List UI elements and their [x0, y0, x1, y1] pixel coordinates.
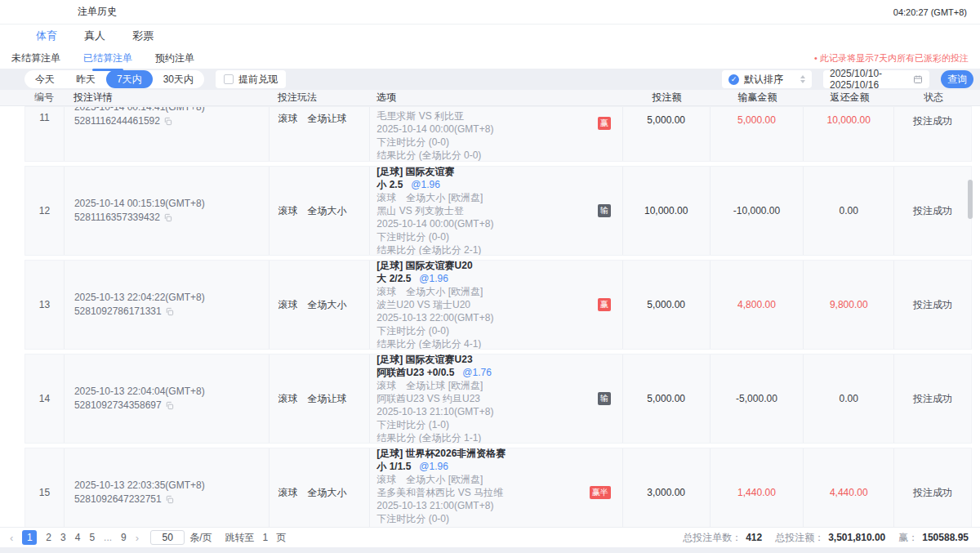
option-teams: 黑山 VS 列支敦士登 [376, 204, 621, 217]
total-win-value: 150588.95 [922, 532, 969, 543]
pill-today[interactable]: 今天 [24, 70, 65, 88]
bet-detail-cell: 2025-10-13 22:03:35(GMT+8) 5281092647232… [65, 448, 270, 527]
bet-play: 滚球 全场大小 [270, 448, 371, 527]
tab-sports[interactable]: 体育 [36, 29, 57, 43]
bet-time: 2025-10-14 00:15:19(GMT+8) [74, 197, 205, 211]
row-id: 11 [25, 107, 65, 161]
pill-30days[interactable]: 30天内 [153, 70, 204, 88]
option-teams: 毛里求斯 VS 利比亚 [376, 109, 621, 123]
subtab-settled[interactable]: 已结算注单 [83, 48, 132, 69]
header-id: 编号 [24, 91, 64, 105]
subtab-reserved[interactable]: 预约注单 [155, 48, 194, 69]
bet-id: 5281116357339432 [74, 211, 160, 225]
option-league: [足球] 国际友谊赛U23 [376, 354, 621, 366]
date-range-pills: 今天 昨天 7天内 30天内 [24, 70, 204, 88]
result-badge: 赢 [598, 298, 611, 311]
total-win-label: 赢： [898, 531, 918, 545]
total-amount-value: 3,501,810.00 [828, 532, 885, 543]
bet-option-cell: [足球] 国际友谊赛 小 2.5@1.96 滚球 全场大小 [欧洲盘] 黑山 V… [370, 167, 622, 255]
date-range-input[interactable]: 2025/10/10-2025/10/16 [823, 70, 929, 88]
page-3[interactable]: 3 [60, 532, 66, 543]
copy-icon[interactable] [163, 117, 172, 126]
page-4[interactable]: 4 [75, 532, 81, 543]
prev-page-icon[interactable]: ‹ [10, 532, 13, 544]
table-row: 15 2025-10-13 22:03:35(GMT+8) 5281092647… [24, 448, 972, 527]
header-status: 状态 [895, 91, 972, 105]
header-amount: 投注额 [623, 91, 710, 105]
bet-detail-cell: 2025-10-13 22:04:22(GMT+8) 5281092786171… [65, 261, 270, 349]
option-play-type: 滚球 全场大小 [欧洲盘] [376, 285, 621, 298]
tab-lottery[interactable]: 彩票 [132, 29, 154, 43]
option-selection: 小 1/1.5 [376, 461, 411, 472]
bet-play: 滚球 全场让球 [270, 107, 371, 161]
option-result-score: 结果比分 (全场比分 4-1) [376, 337, 621, 350]
option-odds: @1.96 [419, 273, 448, 284]
option-selection: 小 2.5 [376, 179, 403, 190]
subtab-unsettled[interactable]: 未结算注单 [11, 48, 60, 69]
winloss-amount: 5,000.00 [710, 107, 804, 161]
payout-amount: 9,800.00 [804, 261, 894, 349]
table-header: 编号 投注详情 投注玩法 选项 投注额 输赢金额 返还金额 状态 [0, 90, 980, 106]
option-result-score: 结果比分 (全场比分 1-1) [376, 431, 621, 444]
option-teams: 波兰U20 VS 瑞士U20 [376, 298, 621, 311]
copy-icon[interactable] [165, 307, 174, 316]
copy-icon[interactable] [163, 213, 172, 222]
bet-amount: 5,000.00 [623, 355, 710, 443]
option-score-at-bet: 下注时比分 (0-0) [376, 512, 621, 525]
bet-detail-cell: 2025-10-14 00:15:19(GMT+8) 5281116357339… [65, 167, 270, 255]
early-cashout-checkbox[interactable] [224, 74, 234, 84]
early-cashout-filter[interactable]: 提前兑现 [216, 70, 286, 88]
row-id: 12 [25, 167, 65, 255]
page-5[interactable]: 5 [89, 532, 95, 543]
payout-amount: 0.00 [804, 167, 894, 255]
option-match-time: 2025-10-13 22:00(GMT+8) [376, 311, 621, 324]
copy-icon[interactable] [165, 401, 174, 410]
pagination-bar: ‹ 1 2 3 4 5 ... 9 › 条/页 跳转至 1 页 总投注单数： 4… [0, 527, 980, 547]
page-2[interactable]: 2 [46, 532, 51, 543]
option-match-time: 2025-10-13 21:00(GMT+8) [376, 499, 621, 512]
option-league: [足球] 国际友谊赛 [376, 166, 621, 178]
copy-icon[interactable] [165, 495, 174, 504]
bet-amount: 3,000.00 [623, 448, 710, 527]
next-page-icon[interactable]: › [136, 532, 139, 544]
option-score-at-bet: 下注时比分 (1-0) [376, 418, 621, 431]
winloss-amount: 1,440.00 [710, 448, 804, 527]
option-play-type: 滚球 全场大小 [欧洲盘] [376, 473, 621, 486]
vertical-scrollbar[interactable] [968, 180, 973, 219]
pager: ‹ 1 2 3 4 5 ... 9 › [10, 530, 139, 545]
subtabs-row: 未结算注单 已结算注单 预约注单 • 此记录将显示7天内所有已派彩的投注 [0, 47, 980, 69]
bet-play: 滚球 全场大小 [270, 167, 371, 255]
bet-id: 5281092647232751 [74, 493, 162, 506]
sort-arrows-icon [800, 75, 805, 83]
payout-amount: 4,440.00 [804, 448, 894, 527]
pill-yesterday[interactable]: 昨天 [65, 70, 106, 88]
check-circle-icon: ✓ [728, 74, 739, 85]
total-bets-value: 412 [746, 532, 762, 543]
jump-to-label: 跳转至 [225, 531, 254, 545]
option-teams: 阿联酋U23 VS 约旦U23 [376, 392, 621, 405]
table-row: 12 2025-10-14 00:15:19(GMT+8) 5281116357… [24, 166, 972, 256]
tab-live-casino[interactable]: 真人 [84, 29, 105, 43]
jump-page-value[interactable]: 1 [262, 532, 268, 543]
page-9[interactable]: 9 [121, 532, 127, 543]
bet-status: 投注成功 [894, 107, 971, 161]
winloss-amount: -5,000.00 [710, 355, 804, 443]
sort-dropdown[interactable]: ✓ 默认排序 [722, 70, 812, 88]
bet-history-page: 注单历史 04:20:27 (GMT+8) 体育 真人 彩票 未结算注单 已结算… [0, 0, 980, 553]
page-size-input[interactable] [150, 530, 185, 545]
payout-amount: 0.00 [804, 355, 894, 443]
category-tabs: 体育 真人 彩票 [0, 25, 980, 47]
bet-id: 5281092786171331 [74, 305, 162, 319]
search-button[interactable]: 查询 [941, 70, 973, 88]
page-1[interactable]: 1 [22, 530, 37, 545]
option-odds: @1.96 [411, 179, 440, 190]
sort-dropdown-value: 默认排序 [744, 73, 783, 87]
option-result-score: 结果比分 (全场比分 2-1) [376, 243, 621, 256]
bet-amount: 5,000.00 [623, 261, 710, 349]
pill-7days[interactable]: 7天内 [106, 70, 153, 88]
bet-time: 2025-10-13 22:04:04(GMT+8) [74, 385, 205, 399]
bet-time: 2025-10-14 00:14:41(GMT+8) [74, 106, 205, 114]
header-winloss: 输赢金额 [710, 91, 804, 105]
bet-id: 5281116244461592 [74, 114, 160, 128]
calendar-icon [913, 74, 923, 84]
